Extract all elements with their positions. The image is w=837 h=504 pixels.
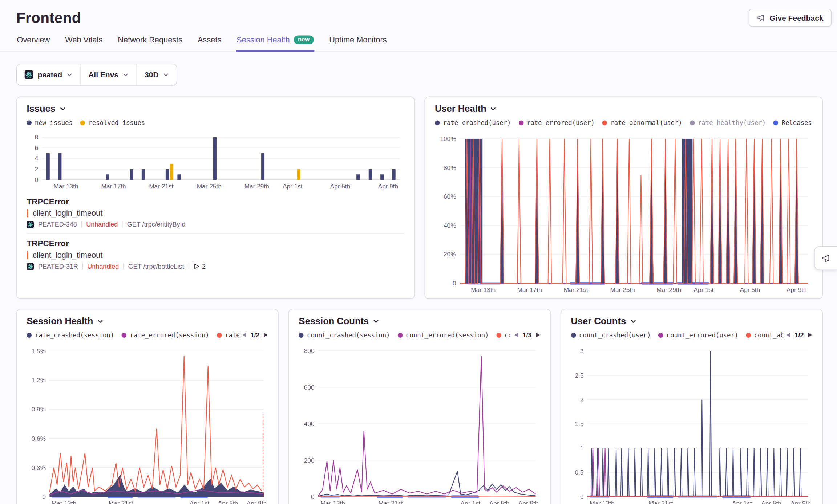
issue-title-link[interactable]: TRPCError [27,238,405,249]
unhandled-tag: Unhandled [86,221,118,228]
legend-dot [217,333,222,338]
legend-item-rate-errored-user[interactable]: rate_errored(user) [518,119,594,126]
chevron-down-icon [66,72,73,78]
svg-text:Apr 9th: Apr 9th [378,183,399,190]
svg-text:1: 1 [580,444,583,452]
chevron-down-icon[interactable] [490,106,497,112]
svg-text:20%: 20% [444,251,456,258]
svg-text:1.5: 1.5 [575,420,583,427]
legend-item-rate-crashed-user[interactable]: rate_crashed(user) [435,119,511,126]
issues-list: TRPCError client_login_timeout PEATED-34… [27,192,405,275]
legend-dot [27,333,32,338]
issues-legend: new_issues resolved_issues [27,119,405,126]
legend-item-count-errored-session[interactable]: count_errored(session) [397,331,489,339]
environment-selector[interactable]: All Envs [80,64,137,85]
legend-label: count_crashed(session) [307,331,390,339]
user-health-panel-title: User Health [435,103,486,114]
legend-label: count_crashed(user) [579,331,651,339]
issue-short-id: PEATED-348 [38,221,77,228]
unhandled-tag: Unhandled [87,263,119,270]
tab-bar: Overview Web Vitals Network Requests Ass… [0,34,837,52]
issue-title-link[interactable]: TRPCError [27,196,405,207]
legend-dot [299,333,304,338]
next-page-button[interactable] [808,332,813,338]
chevron-down-icon[interactable] [59,106,66,112]
user-counts-chart[interactable]: 00.511.522.53Mar 13thMar 21stApr 1stApr … [571,342,812,504]
tab-assets[interactable]: Assets [197,34,222,52]
legend-item-count-errored-user[interactable]: count_errored(user) [658,331,738,339]
issue-short-id: PEATED-31R [38,263,78,270]
issues-chart[interactable]: 02468Mar 13thMar 17thMar 21stMar 25thMar… [27,130,405,191]
svg-text:Mar 21st: Mar 21st [149,183,173,190]
legend-label: rate_errored(session) [130,331,209,339]
issue-transaction: GET /trpc/entityById [127,221,186,228]
page-header: Frontend Give Feedback [0,0,837,27]
legend-item-rate-abnormal-session[interactable]: rate_abnorr [217,331,239,339]
svg-text:0: 0 [453,280,456,287]
tab-web-vitals[interactable]: Web Vitals [65,34,103,52]
legend-item-count-crashed-user[interactable]: count_crashed(user) [571,331,651,339]
tab-uptime-monitors[interactable]: Uptime Monitors [329,34,387,52]
legend-item-rate-crashed-session[interactable]: rate_crashed(session) [27,331,114,339]
previous-page-button[interactable] [514,332,519,338]
megaphone-icon [757,14,765,22]
session-health-chart[interactable]: 00.3%0.6%0.9%1.2%1.5%Mar 13thMar 21stApr… [27,342,268,504]
previous-page-button[interactable] [242,332,247,338]
chevron-down-icon [163,72,169,78]
error-level-bar [27,209,29,217]
svg-text:Mar 13th: Mar 13th [471,286,496,293]
user-counts-panel: User Counts count_crashed(user) count_er… [561,309,823,504]
legend-item-count-abnormal-user[interactable]: count_abnorm [746,331,783,339]
play-icon [193,263,199,270]
chevron-down-icon[interactable] [373,318,379,325]
svg-text:0.6%: 0.6% [32,435,46,442]
legend-dot [80,120,85,125]
legend-item-rate-errored-session[interactable]: rate_errored(session) [122,331,209,339]
previous-page-button[interactable] [786,332,791,338]
give-feedback-label: Give Feedback [769,13,823,22]
page-filter-bar: peated All Envs 30D [16,64,177,86]
next-page-button[interactable] [535,332,541,338]
legend-label: rate_crashed(session) [35,331,114,339]
session-health-panel-title: Session Health [27,316,93,327]
svg-text:1.2%: 1.2% [32,377,46,384]
svg-text:4: 4 [35,155,38,162]
svg-text:2: 2 [35,166,38,173]
legend-item-resolved-issues[interactable]: resolved_issues [80,119,145,126]
date-range-selector-value: 30D [145,70,159,79]
next-page-button[interactable] [263,332,268,338]
svg-text:60%: 60% [444,193,456,200]
issue-culprit: client_login_timeout [33,251,102,259]
svg-text:Mar 21st: Mar 21st [109,500,133,504]
svg-text:0: 0 [42,493,46,500]
replay-count[interactable]: 2 [193,263,206,270]
give-feedback-button[interactable]: Give Feedback [749,9,832,27]
svg-text:Apr 5th: Apr 5th [740,286,760,293]
legend-item-new-issues[interactable]: new_issues [27,119,73,126]
date-range-selector[interactable]: 30D [137,64,177,85]
legend-item-count-crashed-session[interactable]: count_crashed(session) [299,331,390,339]
project-icon [27,263,34,270]
chevron-down-icon[interactable] [630,318,636,325]
svg-text:Apr 5th: Apr 5th [489,500,510,504]
tab-network-requests[interactable]: Network Requests [117,34,183,52]
feedback-fab[interactable] [814,246,837,270]
user-health-legend: rate_crashed(user) rate_errored(user) ra… [435,119,813,126]
svg-text:Mar 13th: Mar 13th [590,500,614,504]
tab-session-health[interactable]: Session Health new [236,34,315,52]
svg-text:0: 0 [35,176,38,183]
project-selector[interactable]: peated [17,64,80,85]
chevron-down-icon[interactable] [97,318,104,325]
legend-item-releases[interactable]: Releases [773,119,812,126]
legend-item-count-abnormal-session[interactable]: count_a [496,331,510,339]
session-counts-chart[interactable]: 0200400600800Mar 13thMar 21stApr 1stApr … [299,342,540,504]
svg-text:Apr 5th: Apr 5th [218,500,238,504]
legend-item-rate-healthy-user[interactable]: rate_healthy(user) [690,119,766,126]
user-health-chart[interactable]: 020%40%60%80%100%Mar 13thMar 17thMar 21s… [435,130,813,294]
legend-item-rate-abnormal-user[interactable]: rate_abnormal(user) [602,119,682,126]
svg-text:800: 800 [304,347,315,354]
tab-overview[interactable]: Overview [16,34,50,52]
legend-dot [602,120,607,125]
legend-label: rate_abnormal(user) [610,119,682,126]
svg-text:600: 600 [304,384,315,391]
